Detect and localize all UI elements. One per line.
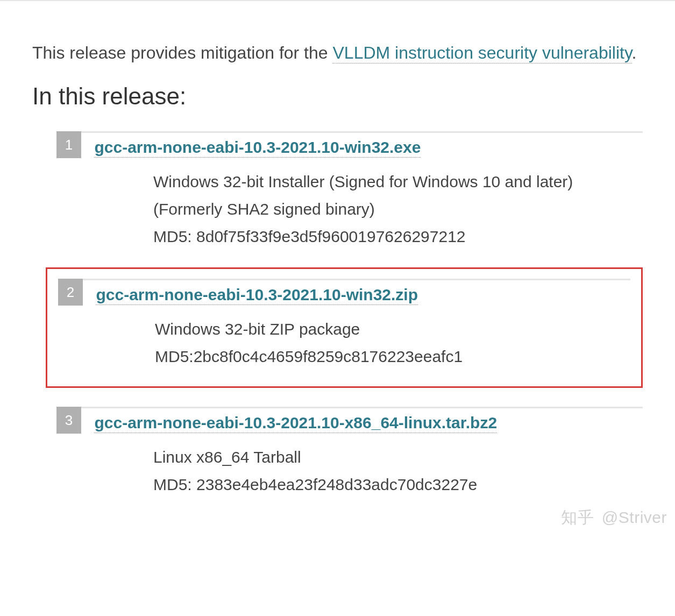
watermark-logo: 知乎 [561,508,594,526]
download-link-win32-exe[interactable]: gcc-arm-none-eabi-10.3-2021.10-win32.exe [94,138,421,158]
item-md5: MD5: 8d0f75f33f9e3d5f9600197626297212 [153,223,643,250]
download-item-highlighted: 2 gcc-arm-none-eabi-10.3-2021.10-win32.z… [46,267,643,388]
download-item: 1 gcc-arm-none-eabi-10.3-2021.10-win32.e… [56,131,643,250]
section-heading: In this release: [32,83,643,110]
item-number: 1 [56,131,81,158]
watermark-author: @Striver [602,508,667,526]
intro-prefix: This release provides mitigation for the [32,43,332,62]
intro-suffix: . [632,43,637,62]
download-link-linux-tarball[interactable]: gcc-arm-none-eabi-10.3-2021.10-x86_64-li… [94,414,497,433]
item-number: 2 [58,279,83,306]
item-md5: MD5:2bc8f0c4c4659f8259c8176223eeafc1 [155,343,630,370]
vulnerability-link[interactable]: VLLDM instruction security vulnerability [332,43,631,63]
item-description: Windows 32-bit Installer (Signed for Win… [153,168,643,250]
item-md5: MD5: 2383e4eb4ea23f248d33adc70dc3227e [153,471,643,498]
item-desc-text: Windows 32-bit Installer (Signed for Win… [153,168,643,223]
intro-paragraph: This release provides mitigation for the… [32,40,643,67]
download-item: 3 gcc-arm-none-eabi-10.3-2021.10-x86_64-… [56,407,643,498]
item-description: Windows 32-bit ZIP package MD5:2bc8f0c4c… [155,315,630,370]
release-page: This release provides mitigation for the… [0,0,675,533]
item-desc-text: Linux x86_64 Tarball [153,443,643,471]
download-link-win32-zip[interactable]: gcc-arm-none-eabi-10.3-2021.10-win32.zip [96,286,418,305]
item-description: Linux x86_64 Tarball MD5: 2383e4eb4ea23f… [153,443,643,498]
watermark: 知乎 @Striver [561,507,667,529]
item-desc-text: Windows 32-bit ZIP package [155,315,630,343]
item-number: 3 [56,407,81,434]
